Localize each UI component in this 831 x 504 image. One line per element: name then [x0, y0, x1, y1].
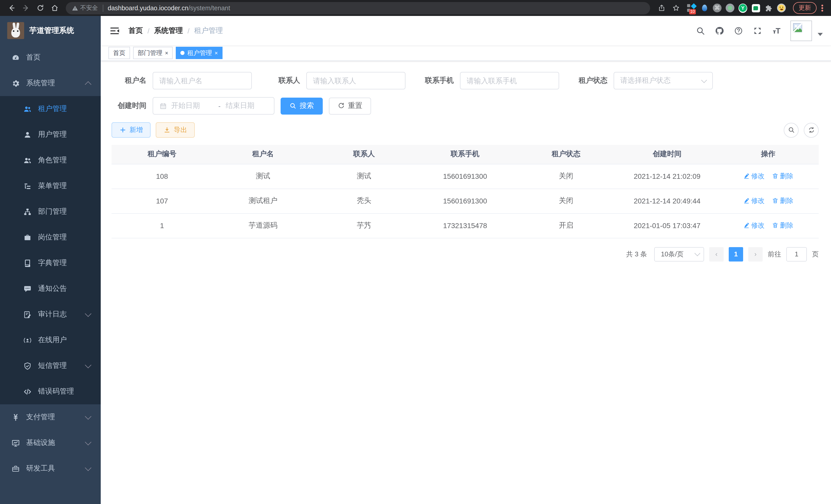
avatar-caret-down-icon[interactable]	[818, 33, 823, 36]
create-time-label: 创建时间	[112, 101, 146, 111]
table-cell-actions: 修改删除	[718, 188, 819, 213]
sidebar-item-短信管理[interactable]: 短信管理	[0, 353, 101, 379]
table-cell: 测试	[212, 164, 314, 188]
sidebar-logo[interactable]: 芋道管理系统	[0, 16, 101, 45]
reset-button[interactable]: 重置	[329, 97, 371, 114]
tab-部门管理[interactable]: 部门管理×	[133, 47, 173, 59]
sidebar-item-支付管理[interactable]: 支付管理	[0, 404, 101, 430]
end-date-placeholder[interactable]: 结束日期	[226, 101, 268, 111]
delete-link[interactable]: 删除	[772, 172, 793, 181]
sidebar-item-通知公告[interactable]: 通知公告	[0, 276, 101, 302]
sidebar-item-系统管理[interactable]: 系统管理	[0, 70, 101, 96]
close-icon[interactable]: ×	[214, 50, 218, 56]
browser-reload-button[interactable]	[34, 2, 46, 14]
browser-toolbar: 不安全 dashboard.yudao.iocoder.cn/system/te…	[0, 0, 831, 16]
sidebar-item-研发工具[interactable]: 研发工具	[0, 456, 101, 481]
sidebar-item-菜单管理[interactable]: 菜单管理	[0, 173, 101, 199]
sidebar-item-角色管理[interactable]: 角色管理	[0, 147, 101, 173]
tab-label: 租户管理	[187, 49, 212, 57]
screen: 不安全 dashboard.yudao.iocoder.cn/system/te…	[0, 0, 831, 504]
sidebar-item-label: 用户管理	[38, 130, 67, 139]
browser-home-button[interactable]	[48, 2, 61, 14]
sidebar-item-错误码管理[interactable]: 错误码管理	[0, 379, 101, 404]
extension-icons: 10 ⌘ Y	[687, 4, 786, 12]
bookmark-star-button[interactable]	[670, 2, 682, 14]
extension-emoji-icon[interactable]	[777, 4, 786, 12]
avatar[interactable]	[791, 20, 812, 41]
sidebar-item-基础设施[interactable]: 基础设施	[0, 430, 101, 456]
delete-link[interactable]: 删除	[772, 221, 793, 230]
edit-icon	[743, 173, 749, 180]
breadcrumb-item-首页[interactable]: 首页	[128, 26, 143, 35]
address-bar[interactable]: 不安全 dashboard.yudao.iocoder.cn/system/te…	[66, 2, 650, 14]
help-icon[interactable]	[733, 25, 744, 36]
extension-kite-icon[interactable]	[700, 4, 709, 12]
extension-circle-dot-icon[interactable]	[726, 4, 735, 12]
table-cell: 15601691300	[414, 188, 515, 213]
extension-grid-diamond-icon[interactable]: 10	[687, 4, 696, 12]
page-size-select[interactable]: 10条/页	[654, 247, 704, 261]
table-cell: 108	[112, 164, 212, 188]
not-secure-indicator[interactable]: 不安全	[72, 4, 98, 12]
contact-input[interactable]	[313, 77, 399, 85]
url-text[interactable]: dashboard.yudao.iocoder.cn/system/tenant	[108, 4, 230, 11]
edit-link[interactable]: 修改	[743, 221, 765, 230]
fullscreen-icon[interactable]	[752, 25, 763, 36]
collapse-sidebar-icon[interactable]	[109, 25, 120, 36]
browser-forward-button[interactable]	[20, 2, 32, 14]
sidebar-item-label: 错误码管理	[38, 387, 74, 396]
goto-page-input[interactable]	[786, 247, 807, 261]
refresh-table-button[interactable]	[804, 122, 819, 138]
browser-update-button[interactable]: 更新	[793, 2, 816, 14]
column-header-租户编号: 租户编号	[112, 145, 212, 164]
extension-command-icon[interactable]: ⌘	[713, 4, 721, 12]
browser-back-button[interactable]	[5, 2, 18, 14]
export-button[interactable]: 导出	[156, 122, 195, 138]
close-icon[interactable]: ×	[165, 50, 168, 56]
mobile-input[interactable]	[467, 77, 552, 85]
page-1-button[interactable]: 1	[729, 247, 743, 261]
sidebar-item-在线用户[interactable]: 在线用户	[0, 327, 101, 353]
toggle-search-button[interactable]	[784, 122, 799, 138]
sidebar-item-岗位管理[interactable]: 岗位管理	[0, 225, 101, 250]
tab-首页[interactable]: 首页	[109, 47, 130, 59]
breadcrumb-separator: /	[188, 26, 190, 35]
search-button[interactable]: 搜索	[281, 97, 323, 114]
sidebar-item-字典管理[interactable]: 字典管理	[0, 250, 101, 276]
date-range-picker[interactable]: 开始日期 - 结束日期	[153, 97, 275, 115]
column-header-租户名: 租户名	[212, 145, 314, 164]
start-date-placeholder[interactable]: 开始日期	[171, 101, 213, 111]
font-size-icon[interactable]	[771, 25, 782, 36]
prev-page-button[interactable]: ‹	[709, 247, 724, 261]
search-icon[interactable]	[695, 25, 706, 36]
extension-yuque-icon[interactable]: Y	[739, 4, 747, 12]
dict-book-icon	[23, 259, 32, 268]
sidebar-item-租户管理[interactable]: 租户管理	[0, 96, 101, 122]
top-navbar: 首页/系统管理/租户管理	[101, 16, 831, 45]
tenant-name-input[interactable]	[159, 77, 245, 85]
tab-租户管理[interactable]: 租户管理×	[176, 47, 223, 59]
delete-link[interactable]: 删除	[772, 196, 793, 206]
add-button[interactable]: 新增	[112, 122, 150, 138]
extension-chat-icon[interactable]	[751, 4, 760, 12]
sidebar-item-部门管理[interactable]: 部门管理	[0, 199, 101, 225]
edit-link[interactable]: 修改	[743, 172, 765, 181]
infra-monitor-icon	[11, 438, 20, 447]
sidebar-item-首页[interactable]: 首页	[0, 45, 101, 70]
online-user-icon	[23, 335, 32, 345]
breadcrumb-item-系统管理[interactable]: 系统管理	[154, 26, 183, 35]
browser-menu-kebab-icon[interactable]: •••	[819, 4, 826, 12]
share-button[interactable]	[655, 2, 667, 14]
security-label: 不安全	[80, 4, 98, 12]
extension-puzzle-icon[interactable]	[764, 4, 773, 12]
github-icon[interactable]	[714, 25, 725, 36]
tags-view: 首页部门管理×租户管理×	[101, 45, 831, 61]
edit-link[interactable]: 修改	[743, 196, 765, 206]
tenant-users-icon	[23, 104, 32, 114]
delete-icon	[772, 198, 778, 204]
sidebar-item-审计日志[interactable]: 审计日志	[0, 302, 101, 327]
sidebar-item-用户管理[interactable]: 用户管理	[0, 122, 101, 147]
table-row: 108测试测试15601691300关闭2021-12-14 21:02:09修…	[112, 164, 819, 188]
status-select[interactable]: 请选择租户状态	[613, 72, 713, 89]
next-page-button[interactable]: ›	[748, 247, 763, 261]
